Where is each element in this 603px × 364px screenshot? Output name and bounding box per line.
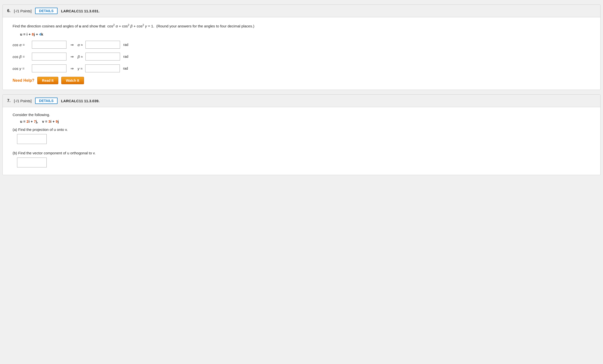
problem-6-number: 6. [7,9,10,13]
problem-7-block: 7. [-/1 Points] DETAILS LARCALC11 11.3.0… [2,94,601,175]
sub-a-input[interactable] [17,134,47,144]
alpha-rad-input[interactable] [85,41,120,49]
problem-7-number: 7. [7,99,10,103]
need-help-label: Need Help? [13,78,34,83]
beta-rad-input[interactable] [85,53,120,61]
cos-beta-input[interactable] [32,53,66,61]
cos-alpha-input[interactable] [32,41,66,49]
cos-gamma-row: cos γ = ⇒ γ ≈ rad [13,64,590,72]
cos-beta-row: cos β = ⇒ β ≈ rad [13,53,590,61]
arrow-3: ⇒ [70,66,74,71]
problem-6-block: 6. [-/1 Points] DETAILS LARCALC11 11.3.0… [2,4,601,90]
cos-alpha-label: cos α = [13,43,30,47]
problem-6-details-button[interactable]: DETAILS [35,8,58,14]
gamma-rad-input[interactable] [85,64,120,72]
problem-7-code: LARCALC11 11.3.039. [61,99,100,103]
sub-b-input[interactable] [17,158,47,167]
problem-7-details-button[interactable]: DETAILS [35,98,58,104]
arrow-1: ⇒ [70,42,74,47]
watch-it-button[interactable]: Watch It [61,77,84,84]
rad-label-2: rad [123,55,128,59]
rad-label-3: rad [123,66,128,70]
sub-b-label: (b) Find the vector component of u ortho… [13,151,590,155]
problem-6-header: 6. [-/1 Points] DETAILS LARCALC11 11.3.0… [3,5,600,17]
cos-alpha-row: cos α = ⇒ α ≈ rad [13,41,590,49]
gamma-approx-label: γ ≈ [78,66,83,71]
cos-gamma-label: cos γ = [13,66,30,71]
problem-6-points: [-/1 Points] [14,9,32,13]
problem-6-body: Find the direction cosines and angles of… [3,17,600,90]
consider-text: Consider the following. [13,113,590,117]
arrow-2: ⇒ [70,54,74,59]
beta-approx-label: β ≈ [78,55,83,59]
alpha-approx-label: α ≈ [78,43,83,47]
sub-a-label: (a) Find the projection of u onto v. [13,127,590,132]
problem-7-header: 7. [-/1 Points] DETAILS LARCALC11 11.3.0… [3,95,600,107]
problem-7-vector-eq: u = 2i + 7j, v = 3i + 9j [20,119,590,123]
rad-label-1: rad [123,43,128,47]
problem-7-points: [-/1 Points] [14,99,32,103]
read-it-button[interactable]: Read It [37,77,58,84]
problem-6-vector-def: u = i + 8j + 4k [20,32,590,36]
cos-gamma-input[interactable] [32,64,66,72]
cos-beta-label: cos β = [13,55,30,59]
problem-6-instruction: Find the direction cosines and angles of… [13,23,590,29]
problem-6-code: LARCALC11 11.3.031. [61,9,100,13]
need-help-row: Need Help? Read It Watch It [13,77,590,84]
problem-7-body: Consider the following. u = 2i + 7j, v =… [3,107,600,175]
